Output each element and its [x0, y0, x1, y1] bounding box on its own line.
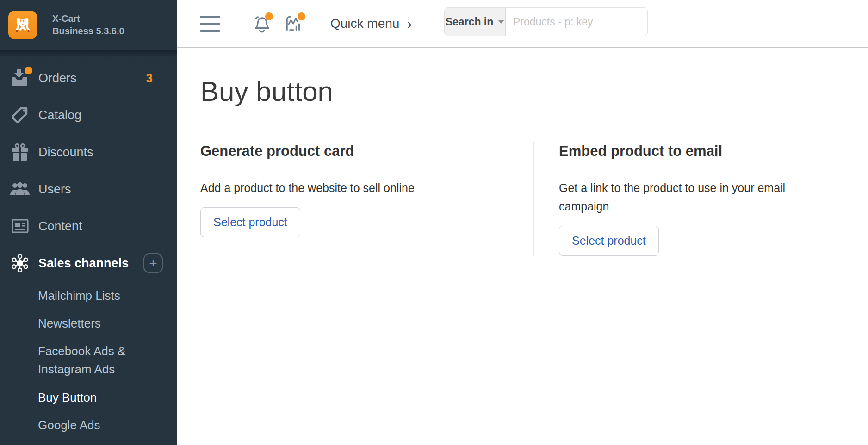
buy-button-sections: Generate product card Add a product to t… [200, 142, 868, 256]
orders-inbox-icon [10, 68, 30, 88]
page-title: Buy button [200, 75, 868, 108]
sidebar-menu: Orders 3 Catalog Di [0, 57, 177, 439]
sidebar-item-sales-channels[interactable]: Sales channels + [0, 245, 177, 282]
bell-notification-dot [265, 12, 273, 20]
sidebar-item-discounts[interactable]: Discounts [0, 134, 177, 171]
xcart-logo-glyph [13, 15, 32, 35]
hamburger-menu-icon[interactable] [200, 16, 220, 32]
generate-product-card-section: Generate product card Add a product to t… [200, 142, 533, 256]
brand-name: X-Cart [52, 12, 124, 25]
sidebar-item-label: Users [38, 182, 71, 197]
section-description: Add a product to the website to sell onl… [200, 179, 533, 197]
sidebar: X-Cart Business 5.3.6.0 Orders 3 [0, 0, 177, 445]
price-tag-icon [10, 105, 30, 125]
app-logo-block[interactable]: X-Cart Business 5.3.6.0 [0, 0, 177, 50]
sidebar-subitem-label: Buy Button [38, 389, 97, 407]
sidebar-subitem-buy-button[interactable]: Buy Button [0, 383, 177, 411]
activity-stats-icon[interactable] [283, 13, 304, 34]
sidebar-subitem-label: Newsletters [38, 315, 101, 333]
brand-edition: Business 5.3.6.0 [52, 25, 124, 37]
newspaper-icon [10, 216, 30, 236]
search-scope-dropdown[interactable]: Search in [445, 8, 506, 36]
sidebar-item-label: Content [38, 219, 82, 234]
hub-icon [10, 253, 30, 273]
sidebar-item-users[interactable]: Users [0, 171, 177, 208]
sidebar-item-content[interactable]: Content [0, 208, 177, 245]
sidebar-subitem-facebook-instagram-ads[interactable]: Facebook Ads & Instagram Ads [0, 337, 177, 383]
quick-menu-button[interactable]: Quick menu › [330, 16, 412, 31]
sidebar-top-shadow [0, 50, 177, 57]
xcart-logo-icon [8, 11, 37, 39]
sidebar-subitem-label: Mailchimp Lists [38, 287, 120, 305]
sidebar-subitem-label: Facebook Ads & Instagram Ads [38, 342, 163, 378]
add-sales-channel-button[interactable]: + [143, 253, 163, 273]
chevron-down-icon [498, 20, 504, 24]
stats-notification-dot [298, 12, 305, 20]
sidebar-item-catalog[interactable]: Catalog [0, 97, 177, 134]
sidebar-item-orders[interactable]: Orders 3 [0, 60, 177, 97]
sidebar-item-label: Discounts [38, 145, 93, 160]
search-scope-label: Search in [446, 16, 494, 28]
orders-notification-dot [25, 67, 32, 74]
section-heading: Generate product card [200, 142, 533, 160]
embed-product-email-section: Embed product to email Get a link to the… [559, 142, 837, 256]
brand-text: X-Cart Business 5.3.6.0 [52, 12, 124, 37]
select-product-button-card[interactable]: Select product [200, 207, 300, 237]
sidebar-item-label: Sales channels [38, 256, 129, 271]
orders-count-badge: 3 [146, 71, 163, 86]
sidebar-subitem-google-ads[interactable]: Google Ads [0, 411, 177, 439]
section-description: Get a link to the product to use in your… [559, 179, 837, 216]
users-group-icon [10, 179, 30, 199]
notifications-bell-icon[interactable] [251, 13, 272, 34]
sidebar-subitem-newsletters[interactable]: Newsletters [0, 309, 177, 337]
select-product-button-email[interactable]: Select product [559, 226, 659, 256]
chevron-right-icon: › [407, 17, 412, 30]
section-heading: Embed product to email [559, 142, 837, 160]
gift-icon [10, 142, 30, 162]
sidebar-subitem-label: Google Ads [38, 416, 100, 434]
topbar: Quick menu › Search in [177, 0, 868, 48]
global-search: Search in [444, 7, 648, 36]
search-input[interactable] [506, 8, 648, 36]
main-content: Buy button Generate product card Add a p… [177, 49, 868, 445]
section-divider [533, 142, 534, 256]
sidebar-subitem-mailchimp-lists[interactable]: Mailchimp Lists [0, 282, 177, 309]
quick-menu-label: Quick menu [330, 16, 399, 31]
sidebar-item-label: Catalog [38, 108, 81, 123]
sidebar-item-label: Orders [38, 71, 77, 86]
